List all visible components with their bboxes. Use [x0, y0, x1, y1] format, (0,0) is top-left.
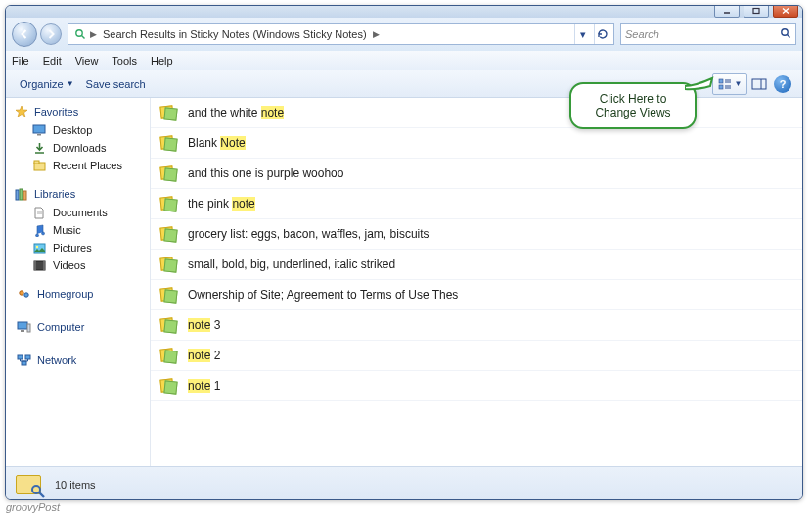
address-row: ▶ Search Results in Sticky Notes (Window… [6, 18, 802, 51]
annotation-callout: Click Here to Change Views [569, 82, 697, 129]
result-title: note 1 [188, 379, 220, 393]
address-history-dropdown[interactable]: ▾ [574, 24, 590, 44]
organize-button[interactable]: Organize▼ [14, 75, 80, 93]
svg-point-32 [23, 292, 27, 296]
menu-view[interactable]: View [75, 55, 99, 67]
sticky-note-icon [158, 134, 178, 152]
svg-rect-33 [18, 322, 27, 329]
minimize-button[interactable] [714, 5, 740, 18]
search-result-item[interactable]: and the white note [151, 98, 802, 128]
search-result-item[interactable]: note 3 [151, 310, 802, 341]
sidebar-item-videos[interactable]: Videos [6, 257, 150, 274]
star-icon [14, 105, 29, 118]
body: Favorites Desktop Downloads Recent Place… [6, 98, 802, 466]
sticky-note-icon [158, 347, 178, 364]
search-results-list: and the white noteBlank Noteand this one… [151, 98, 802, 466]
help-button[interactable]: ? [771, 73, 794, 95]
search-results-icon [16, 471, 45, 498]
sidebar-item-network[interactable]: Network [6, 351, 150, 370]
desktop-icon [31, 123, 47, 137]
address-bar[interactable]: ▶ Search Results in Sticky Notes (Window… [68, 23, 614, 45]
svg-rect-21 [16, 190, 19, 200]
sidebar-item-recent-places[interactable]: Recent Places [6, 157, 150, 174]
result-title: Ownership of Site; Agreement to Terms of… [188, 288, 458, 302]
search-result-item[interactable]: and this one is purple woohoo [151, 159, 802, 189]
help-icon: ? [774, 75, 791, 93]
result-title: Blank Note [188, 136, 246, 150]
svg-rect-34 [21, 330, 24, 332]
svg-rect-35 [27, 324, 30, 332]
sticky-note-icon [158, 377, 178, 395]
pictures-icon [31, 241, 47, 255]
watermark: groovyPost [6, 501, 60, 513]
sticky-note-icon [158, 316, 178, 334]
sticky-note-icon [158, 225, 178, 243]
breadcrumb-segment[interactable]: Search Results in Sticky Notes (Windows … [99, 28, 371, 40]
svg-rect-38 [22, 361, 26, 365]
search-result-item[interactable]: note 1 [151, 371, 802, 401]
svg-point-39 [32, 486, 40, 493]
result-title: and the white note [188, 106, 284, 119]
forward-button[interactable] [40, 23, 62, 45]
result-title: and this one is purple woohoo [188, 166, 343, 180]
libraries-icon [14, 187, 29, 201]
refresh-button[interactable] [594, 24, 609, 44]
videos-icon [31, 258, 47, 272]
location-icon [72, 27, 88, 41]
downloads-icon [31, 141, 47, 155]
svg-line-7 [788, 35, 790, 38]
result-title: small, bold, big, underlined, italic str… [188, 258, 395, 271]
search-input[interactable]: Search [620, 23, 796, 45]
change-views-button[interactable]: ▼ [712, 73, 747, 95]
maximize-button[interactable] [744, 5, 769, 18]
menu-edit[interactable]: Edit [43, 55, 62, 67]
sidebar-item-computer[interactable]: Computer [6, 317, 150, 337]
menu-help[interactable]: Help [151, 55, 173, 67]
title-bar [6, 6, 802, 18]
documents-icon [31, 206, 47, 219]
back-button[interactable] [12, 22, 37, 47]
search-result-item[interactable]: small, bold, big, underlined, italic str… [151, 250, 802, 280]
menu-tools[interactable]: Tools [112, 55, 137, 67]
svg-rect-17 [37, 134, 41, 136]
search-result-item[interactable]: Blank Note [151, 128, 802, 159]
navigation-pane: Favorites Desktop Downloads Recent Place… [6, 98, 151, 466]
sidebar-item-music[interactable]: Music [6, 221, 150, 239]
chevron-right-icon: ▶ [88, 29, 99, 39]
sticky-note-icon [158, 104, 178, 121]
search-result-item[interactable]: Ownership of Site; Agreement to Terms of… [151, 280, 802, 310]
search-result-item[interactable]: the pink note [151, 189, 802, 219]
sidebar-item-desktop[interactable]: Desktop [6, 121, 150, 139]
result-title: the pink note [188, 197, 255, 211]
svg-rect-8 [719, 79, 723, 83]
svg-rect-16 [33, 125, 45, 133]
preview-pane-button[interactable] [747, 73, 771, 95]
svg-rect-22 [20, 189, 23, 200]
svg-rect-29 [34, 261, 36, 270]
favorites-header[interactable]: Favorites [6, 102, 150, 121]
menu-file[interactable]: File [12, 55, 29, 67]
search-icon [780, 27, 791, 41]
search-result-item[interactable]: grocery list: eggs, bacon, waffles, jam,… [151, 219, 802, 250]
search-result-item[interactable]: note 2 [151, 341, 802, 371]
sidebar-item-homegroup[interactable]: Homegroup [6, 284, 150, 304]
music-icon [31, 223, 47, 237]
save-search-button[interactable]: Save search [80, 75, 152, 93]
libraries-header[interactable]: Libraries [6, 184, 150, 204]
svg-rect-14 [752, 79, 766, 89]
explorer-window: ▶ Search Results in Sticky Notes (Window… [5, 5, 803, 500]
result-title: grocery list: eggs, bacon, waffles, jam,… [188, 227, 429, 241]
chevron-right-icon: ▶ [371, 29, 382, 39]
sidebar-item-downloads[interactable]: Downloads [6, 139, 150, 157]
sidebar-item-documents[interactable]: Documents [6, 204, 150, 221]
computer-icon [16, 320, 31, 334]
views-icon [718, 78, 732, 90]
search-placeholder: Search [625, 28, 659, 40]
svg-point-6 [782, 29, 788, 35]
sidebar-item-pictures[interactable]: Pictures [6, 239, 150, 257]
svg-rect-30 [43, 261, 45, 270]
close-button[interactable] [773, 5, 798, 18]
svg-point-27 [35, 245, 37, 247]
svg-point-4 [76, 30, 82, 36]
status-count: 10 items [55, 479, 96, 491]
